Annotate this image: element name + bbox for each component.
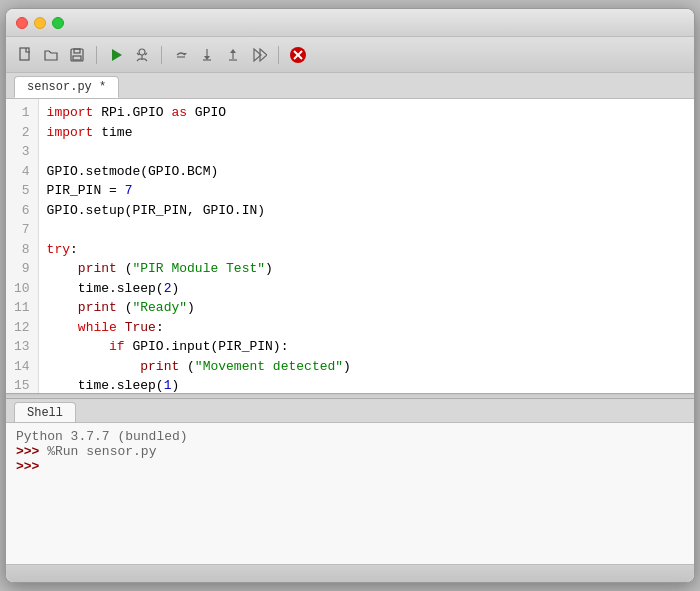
- svg-rect-3: [73, 56, 81, 60]
- shell-content[interactable]: Python 3.7.7 (bundled) >>> %Run sensor.p…: [6, 423, 694, 564]
- run-button[interactable]: [105, 44, 127, 66]
- maximize-button[interactable]: [52, 17, 64, 29]
- editor-area: 12345 678910 1112131415 16171819 import …: [6, 99, 694, 393]
- step-over-button[interactable]: [170, 44, 192, 66]
- tab-filename: sensor.py *: [27, 80, 106, 94]
- save-file-button[interactable]: [66, 44, 88, 66]
- shell-prompt-line: >>>: [16, 459, 684, 474]
- bottom-bar: [6, 564, 694, 582]
- shell-prompt-2: >>>: [16, 459, 39, 474]
- shell-run-line: >>> %Run sensor.py: [16, 444, 684, 459]
- toolbar-separator-2: [161, 46, 162, 64]
- python-version: Python 3.7.7 (bundled): [16, 429, 188, 444]
- shell-tab[interactable]: Shell: [14, 402, 76, 422]
- shell-section: Shell Python 3.7.7 (bundled) >>> %Run se…: [6, 399, 694, 564]
- debug-button[interactable]: [131, 44, 153, 66]
- shell-run-command: %Run sensor.py: [47, 444, 156, 459]
- editor-tabbar: sensor.py *: [6, 73, 694, 99]
- titlebar: [6, 9, 694, 37]
- code-editor[interactable]: import RPi.GPIO as GPIO import time GPIO…: [39, 99, 694, 393]
- shell-version-line: Python 3.7.7 (bundled): [16, 429, 684, 444]
- open-file-button[interactable]: [40, 44, 62, 66]
- stop-button[interactable]: [287, 44, 309, 66]
- svg-rect-2: [74, 49, 80, 53]
- resume-button[interactable]: [248, 44, 270, 66]
- close-button[interactable]: [16, 17, 28, 29]
- main-window: sensor.py * 12345 678910 1112131415 1617…: [5, 8, 695, 583]
- svg-marker-12: [230, 49, 236, 53]
- toolbar: [6, 37, 694, 73]
- shell-tabbar: Shell: [6, 399, 694, 423]
- svg-rect-0: [20, 48, 29, 60]
- step-out-button[interactable]: [222, 44, 244, 66]
- code-container[interactable]: 12345 678910 1112131415 16171819 import …: [6, 99, 694, 393]
- svg-point-5: [139, 49, 145, 55]
- svg-marker-4: [112, 49, 122, 61]
- editor-tab-sensor-py[interactable]: sensor.py *: [14, 76, 119, 98]
- toolbar-separator-1: [96, 46, 97, 64]
- new-file-button[interactable]: [14, 44, 36, 66]
- traffic-lights: [16, 17, 64, 29]
- shell-tab-label: Shell: [27, 406, 63, 420]
- minimize-button[interactable]: [34, 17, 46, 29]
- toolbar-separator-3: [278, 46, 279, 64]
- shell-prompt-1: >>>: [16, 444, 47, 459]
- step-in-button[interactable]: [196, 44, 218, 66]
- line-numbers: 12345 678910 1112131415 16171819: [6, 99, 39, 393]
